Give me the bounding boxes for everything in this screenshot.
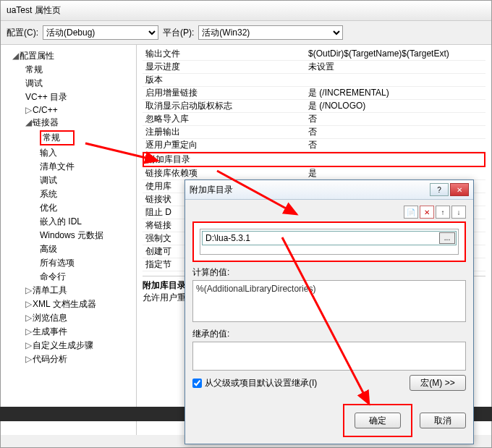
dialog-title: 附加库目录 bbox=[190, 184, 233, 196]
prop-value[interactable]: 是 (/INCREMENTAL) bbox=[305, 87, 485, 99]
path-row[interactable]: ... bbox=[202, 231, 457, 245]
close-icon: ✕ bbox=[457, 186, 462, 194]
dialog-title-bar[interactable]: 附加库目录 ? ✕ bbox=[185, 180, 473, 200]
tree-item[interactable]: 调试 bbox=[40, 175, 57, 185]
ok-button[interactable]: 确定 bbox=[355, 413, 401, 428]
expander-icon[interactable]: ▷ bbox=[25, 326, 33, 337]
move-up-button[interactable]: ↑ bbox=[436, 206, 450, 219]
prop-name: 显示进度 bbox=[143, 61, 305, 73]
inherited-values-box bbox=[192, 342, 466, 371]
tree-item[interactable]: 输入 bbox=[40, 148, 57, 158]
prop-value[interactable]: 否 bbox=[305, 126, 485, 138]
prop-name: 输出文件 bbox=[143, 48, 305, 60]
tree-item[interactable]: 嵌入的 IDL bbox=[40, 216, 82, 227]
prop-row[interactable]: 显示进度未设置 bbox=[143, 61, 485, 74]
window-title: uaTest 属性页 bbox=[7, 5, 61, 15]
arrow-up-icon: ↑ bbox=[441, 208, 445, 216]
tree-item[interactable]: 所有选项 bbox=[40, 258, 75, 268]
expander-icon[interactable]: ▷ bbox=[25, 285, 33, 295]
tree-item[interactable]: 命令行 bbox=[40, 271, 66, 282]
macro-button[interactable]: 宏(M) >> bbox=[410, 375, 466, 391]
ok-highlight: 确定 bbox=[343, 404, 412, 437]
prop-name: 启用增量链接 bbox=[143, 87, 305, 99]
prop-row[interactable]: 链接库依赖项是 bbox=[143, 167, 485, 180]
expander-icon[interactable]: ▷ bbox=[25, 299, 33, 309]
prop-value[interactable]: 否 bbox=[305, 113, 485, 125]
tree-item[interactable]: Windows 元数据 bbox=[40, 230, 103, 240]
prop-row[interactable]: 版本 bbox=[143, 74, 485, 87]
calculated-value: %(AdditionalLibraryDirectories) bbox=[196, 284, 462, 294]
prop-value[interactable]: 未设置 bbox=[305, 61, 485, 73]
expander-icon[interactable]: ▷ bbox=[25, 340, 33, 350]
expander-icon[interactable]: ◢ bbox=[12, 51, 20, 61]
cancel-button[interactable]: 取消 bbox=[420, 413, 466, 428]
help-button[interactable]: ? bbox=[430, 183, 449, 196]
prop-value[interactable] bbox=[305, 74, 485, 86]
tree-item[interactable]: 优化 bbox=[40, 203, 57, 213]
dialog-button-row: 确定 取消 bbox=[185, 401, 473, 441]
prop-row[interactable]: 忽略导入库否 bbox=[143, 113, 485, 126]
new-line-button[interactable]: 📄 bbox=[404, 206, 418, 219]
prop-row[interactable]: 逐用户重定向否 bbox=[143, 139, 485, 152]
browse-button[interactable]: ... bbox=[439, 232, 455, 244]
inherit-checkbox[interactable] bbox=[192, 379, 202, 388]
expander-icon[interactable]: ▷ bbox=[25, 354, 33, 364]
tree-item-cxx[interactable]: C/C++ bbox=[33, 105, 58, 115]
prop-name: 链接库依赖项 bbox=[143, 167, 305, 179]
tree-item[interactable]: 清单文件 bbox=[40, 161, 75, 172]
prop-name: 附加库目录 bbox=[144, 153, 307, 166]
folder-icon: 📄 bbox=[407, 208, 415, 216]
tree-item[interactable]: 系统 bbox=[40, 189, 57, 199]
config-select[interactable]: 活动(Debug) bbox=[43, 25, 158, 40]
expander-icon[interactable]: ▷ bbox=[25, 313, 33, 323]
tree-item[interactable]: VC++ 目录 bbox=[25, 92, 67, 102]
path-list[interactable]: ... bbox=[200, 229, 459, 255]
tree-item[interactable]: 生成事件 bbox=[33, 326, 67, 337]
inherited-label: 继承的值: bbox=[192, 328, 466, 340]
dialog-toolbar: 📄 ✕ ↑ ↓ bbox=[192, 206, 466, 219]
prop-name: 逐用户重定向 bbox=[143, 139, 305, 151]
close-button[interactable]: ✕ bbox=[450, 183, 469, 196]
prop-name: 忽略导入库 bbox=[143, 113, 305, 125]
prop-row[interactable]: 取消显示启动版权标志是 (/NOLOGO) bbox=[143, 100, 485, 113]
tree-item[interactable]: 浏览信息 bbox=[33, 313, 67, 323]
tree-item-linker[interactable]: 链接器 bbox=[33, 117, 59, 127]
tree-item[interactable]: 高级 bbox=[40, 244, 57, 254]
tree-item-linker-general[interactable]: 常规 bbox=[43, 132, 60, 143]
tree-item[interactable]: 代码分析 bbox=[33, 354, 67, 364]
path-input[interactable] bbox=[203, 232, 438, 245]
prop-value[interactable]: 是 bbox=[305, 167, 485, 179]
prop-value[interactable]: $(OutDir)$(TargetName)$(TargetExt) bbox=[305, 48, 485, 60]
prop-row[interactable]: 注册输出否 bbox=[143, 126, 485, 139]
tree-item[interactable]: XML 文档生成器 bbox=[33, 299, 96, 309]
expander-icon[interactable]: ▷ bbox=[25, 105, 33, 115]
window-title-bar: uaTest 属性页 bbox=[1, 1, 491, 21]
additional-lib-dirs-dialog: 附加库目录 ? ✕ 📄 ✕ ↑ ↓ ... 计算的值: %(Additional… bbox=[184, 179, 474, 444]
config-toolbar: 配置(C): 活动(Debug) 平台(P): 活动(Win32) bbox=[1, 21, 491, 44]
prop-name: 取消显示启动版权标志 bbox=[143, 100, 305, 112]
calculated-label: 计算的值: bbox=[192, 266, 466, 279]
delete-line-button[interactable]: ✕ bbox=[420, 206, 434, 219]
tree-item[interactable]: 常规 bbox=[25, 64, 43, 75]
platform-select[interactable]: 活动(Win32) bbox=[198, 25, 343, 40]
tree-item[interactable]: 自定义生成步骤 bbox=[33, 340, 93, 350]
prop-name: 注册输出 bbox=[143, 126, 305, 138]
prop-row[interactable]: 输出文件$(OutDir)$(TargetName)$(TargetExt) bbox=[143, 48, 485, 61]
path-entry-highlight: ... bbox=[192, 221, 466, 262]
platform-label: 平台(P): bbox=[163, 27, 194, 39]
calculated-values-box: %(AdditionalLibraryDirectories) bbox=[192, 280, 466, 322]
prop-value[interactable] bbox=[307, 153, 484, 166]
prop-value[interactable]: 是 (/NOLOGO) bbox=[305, 100, 485, 112]
arrow-down-icon: ↓ bbox=[457, 208, 461, 216]
prop-row[interactable]: 启用增量链接是 (/INCREMENTAL) bbox=[143, 87, 485, 100]
expander-icon[interactable]: ◢ bbox=[25, 117, 33, 127]
tree-root[interactable]: 配置属性 bbox=[20, 51, 54, 61]
move-down-button[interactable]: ↓ bbox=[451, 206, 466, 219]
prop-value[interactable]: 否 bbox=[305, 139, 485, 151]
inherit-checkbox-label: 从父级或项目默认设置继承(I) bbox=[205, 377, 317, 389]
prop-row-additional-lib-dirs[interactable]: 附加库目录 bbox=[143, 152, 485, 167]
tree-item[interactable]: 调试 bbox=[25, 78, 43, 88]
tree-item[interactable]: 清单工具 bbox=[33, 285, 67, 295]
prop-name: 版本 bbox=[143, 74, 305, 86]
tree-pane: ◢配置属性 常规 调试 VC++ 目录 ▷C/C++ ◢链接器 常规 输入 清单… bbox=[1, 45, 137, 435]
